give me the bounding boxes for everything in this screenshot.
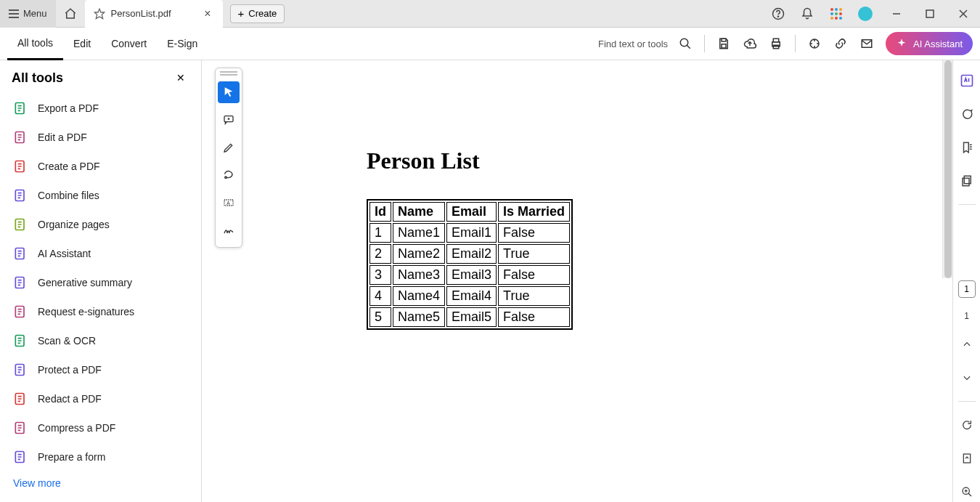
print-button[interactable] [763, 31, 789, 57]
notifications-button[interactable] [793, 0, 822, 28]
search-button[interactable] [672, 31, 698, 57]
table-cell: 3 [369, 265, 391, 285]
sidebar-item[interactable]: Export a PDF [6, 94, 195, 123]
page-scroll-area[interactable]: Person List IdNameEmailIs Married 1Name1… [260, 60, 952, 502]
tooltab-all-tools[interactable]: All tools [7, 28, 63, 60]
window-maximize-button[interactable] [913, 0, 947, 28]
account-button[interactable] [851, 0, 880, 28]
home-button[interactable] [56, 0, 85, 28]
sidebar-item[interactable]: Protect a PDF [6, 355, 195, 384]
link-button[interactable] [828, 31, 854, 57]
tooltab-convert[interactable]: Convert [101, 28, 157, 60]
draw-tool-button[interactable] [218, 164, 240, 186]
sidebar-item-label: AI Assistant [38, 248, 91, 259]
sign-tool-button[interactable] [218, 219, 240, 241]
sidebar-item[interactable]: Redact a PDF [6, 384, 195, 413]
table-cell: Name2 [393, 244, 445, 264]
zoom-icon [961, 486, 973, 498]
sidebar-item[interactable]: AI Assistant [6, 239, 195, 268]
sidebar-item[interactable]: Request e-signatures [6, 297, 195, 326]
svg-rect-12 [773, 39, 779, 42]
sidebar-item[interactable]: Create a PDF [6, 152, 195, 181]
email-button[interactable] [854, 31, 880, 57]
tooltab-edit[interactable]: Edit [63, 28, 101, 60]
sidebar-close-button[interactable]: ✕ [172, 69, 189, 86]
sidebar-item[interactable]: Edit a PDF [6, 123, 195, 152]
rr-ai-panel-button[interactable] [957, 70, 977, 91]
page-down-button[interactable] [957, 368, 977, 388]
zoom-button[interactable] [957, 482, 977, 502]
sidebar-item-label: Protect a PDF [38, 364, 102, 376]
window-minimize-button[interactable] [880, 0, 913, 28]
chevron-down-icon [962, 373, 972, 383]
save-button[interactable] [711, 31, 737, 57]
tool-icon [13, 363, 28, 377]
sidebar-item[interactable]: Organize pages [6, 210, 195, 239]
find-label[interactable]: Find text or tools [598, 39, 668, 49]
tooltab-esign[interactable]: E-Sign [157, 28, 208, 60]
tool-icon [13, 130, 28, 145]
ai-assistant-button[interactable]: AI Assistant [886, 32, 973, 55]
table-row: 2Name2Email2True [369, 244, 570, 264]
help-button[interactable] [764, 0, 793, 28]
table-row: 3Name3Email3False [369, 265, 570, 285]
table-row: 1Name1Email1False [369, 223, 570, 243]
table-cell: 2 [369, 244, 391, 264]
sidebar-item[interactable]: Generative summary [6, 268, 195, 297]
drag-grip-icon[interactable] [220, 71, 237, 76]
signature-icon [223, 224, 234, 236]
page-number-input[interactable]: 1 [958, 280, 976, 298]
rr-comments-button[interactable] [957, 104, 977, 124]
window-close-button[interactable] [947, 0, 980, 28]
document-tab[interactable]: PersonList.pdf × [85, 0, 223, 28]
sidebar-item[interactable]: Prepare a form [6, 442, 195, 470]
scrollbar-thumb[interactable] [944, 60, 952, 278]
comment-tool-button[interactable] [218, 109, 240, 131]
sidebar-item[interactable]: Compress a PDF [6, 413, 195, 442]
document-heading: Person List [367, 147, 933, 174]
sidebar-item-label: Compress a PDF [38, 422, 115, 434]
sidebar-item-label: Create a PDF [38, 161, 100, 172]
tool-icon [13, 450, 28, 464]
table-header-cell: Id [369, 202, 391, 222]
save-icon [717, 37, 730, 50]
sidebar-item[interactable]: Combine files [6, 181, 195, 210]
tool-icon [13, 188, 28, 203]
right-rail: 1 1 [952, 60, 980, 502]
plus-icon: + [238, 8, 245, 19]
scrollbar[interactable] [942, 60, 952, 278]
tool-icon [13, 392, 28, 406]
table-header-cell: Email [446, 202, 497, 222]
cloud-upload-button[interactable] [737, 31, 763, 57]
svg-rect-4 [926, 10, 934, 17]
floating-toolbar[interactable]: A [215, 68, 242, 248]
print-icon [769, 37, 783, 50]
selection-tool-button[interactable] [218, 81, 240, 103]
menu-button[interactable]: Menu [0, 0, 56, 28]
fit-page-button[interactable] [957, 448, 977, 469]
table-cell: Name4 [393, 286, 445, 306]
sidebar-item-label: Redact a PDF [38, 393, 102, 405]
table-cell: False [498, 307, 570, 327]
highlight-tool-button[interactable] [218, 137, 240, 158]
star-icon [94, 8, 105, 20]
svg-rect-41 [963, 454, 970, 463]
create-button[interactable]: + Create [230, 4, 285, 23]
rotate-button[interactable] [957, 415, 977, 435]
tab-close-button[interactable]: × [201, 7, 213, 20]
avatar-icon [858, 7, 873, 21]
home-icon [64, 7, 77, 20]
textbox-tool-button[interactable]: A [218, 192, 240, 214]
stamp-button[interactable] [801, 31, 828, 57]
table-cell: Name3 [393, 265, 445, 285]
svg-rect-10 [722, 44, 726, 48]
page-up-button[interactable] [957, 334, 977, 355]
apps-button[interactable] [822, 0, 851, 28]
comments-icon [960, 108, 973, 121]
svg-line-8 [687, 45, 690, 49]
view-more-link[interactable]: View more [6, 470, 195, 496]
sidebar-item[interactable]: Scan & OCR [6, 326, 195, 355]
pdf-page: Person List IdNameEmailIs Married 1Name1… [279, 60, 933, 502]
rr-pages-button[interactable] [957, 171, 977, 191]
rr-bookmarks-button[interactable] [957, 137, 977, 158]
